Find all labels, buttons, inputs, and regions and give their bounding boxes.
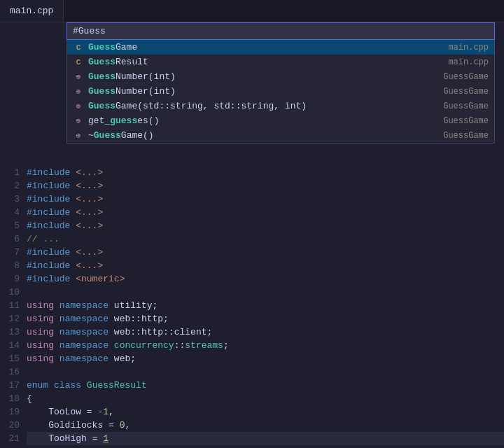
code-editor: 12345 678910 1112131415 1617181920 21222… — [0, 160, 504, 448]
code-line: #include <...> — [27, 192, 504, 206]
autocomplete-item[interactable]: ⊕ get_guesses() GuessGame — [67, 113, 494, 128]
code-line: enum class GuessResult — [27, 379, 504, 392]
code-line: // ... — [27, 232, 504, 246]
method-icon: ⊕ — [73, 116, 84, 125]
method-icon: ⊕ — [73, 102, 84, 111]
ac-item-source: GuessGame — [443, 72, 489, 82]
ac-item-name: GuessGame — [88, 42, 440, 52]
code-line: { — [27, 392, 504, 405]
code-line: #include <...> — [27, 219, 504, 232]
class-icon: C — [73, 43, 84, 52]
method-icon: ⊕ — [73, 87, 84, 96]
autocomplete-dropdown: C GuessGame main.cpp C GuessResult main.… — [66, 40, 495, 144]
ac-item-name: ~GuessGame() — [88, 130, 435, 141]
ac-item-source: GuessGame — [443, 87, 489, 97]
autocomplete-item[interactable]: C GuessGame main.cpp — [67, 40, 494, 55]
tab-filename: main.cpp — [10, 6, 53, 16]
code-line: using namespace concurrency::streams; — [27, 339, 504, 352]
ac-item-name: GuessResult — [88, 57, 440, 67]
code-line: using namespace web; — [27, 352, 504, 365]
code-line: TooHigh = 1 — [27, 432, 504, 445]
ac-item-name: GuessGame(std::string, std::string, int) — [88, 101, 435, 111]
ac-item-source: main.cpp — [448, 57, 489, 67]
code-line — [27, 286, 504, 299]
code-line: Goldilocks = 0, — [27, 419, 504, 432]
code-line: #include <...> — [27, 246, 504, 259]
line-numbers: 12345 678910 1112131415 1617181920 21222… — [0, 166, 27, 448]
method-icon: ⊕ — [73, 131, 84, 140]
code-line: using namespace web::http; — [27, 312, 504, 326]
autocomplete-item[interactable]: ⊕ GuessNumber(int) GuessGame — [67, 84, 494, 99]
ac-item-source: GuessGame — [443, 102, 489, 111]
ac-item-name: get_guesses() — [88, 115, 435, 126]
autocomplete-item[interactable]: ⊕ GuessGame(std::string, std::string, in… — [67, 99, 494, 113]
tab-bar: main.cpp — [0, 0, 504, 22]
method-icon: ⊕ — [73, 72, 84, 81]
autocomplete-item[interactable]: ⊕ GuessNumber(int) GuessGame — [67, 69, 494, 84]
code-line: using namespace utility; — [27, 299, 504, 312]
ac-item-source: GuessGame — [443, 131, 489, 141]
code-line: #include <...> — [27, 259, 504, 272]
autocomplete-item[interactable]: ⊕ ~GuessGame() GuessGame — [67, 128, 494, 143]
code-line: #include <numeric> — [27, 272, 504, 286]
code-line: using namespace web::http::client; — [27, 326, 504, 339]
search-box-container: C GuessGame main.cpp C GuessResult main.… — [66, 22, 495, 144]
autocomplete-item[interactable]: C GuessResult main.cpp — [67, 55, 494, 69]
class-icon: C — [73, 58, 84, 66]
ac-item-source: GuessGame — [443, 116, 489, 126]
code-line: TooLow = -1, — [27, 405, 504, 419]
code-line: #include <...> — [27, 179, 504, 192]
search-input[interactable] — [66, 22, 495, 40]
tab-main-cpp[interactable]: main.cpp — [0, 0, 64, 22]
code-line: #include <...> — [27, 166, 504, 179]
ac-item-name: GuessNumber(int) — [88, 86, 435, 97]
code-line: }; — [27, 445, 504, 448]
ac-item-source: main.cpp — [448, 43, 489, 52]
code-content: #include <...> #include <...> #include <… — [27, 166, 504, 448]
ac-item-name: GuessNumber(int) — [88, 71, 435, 82]
code-line — [27, 365, 504, 379]
code-line: #include <...> — [27, 206, 504, 219]
